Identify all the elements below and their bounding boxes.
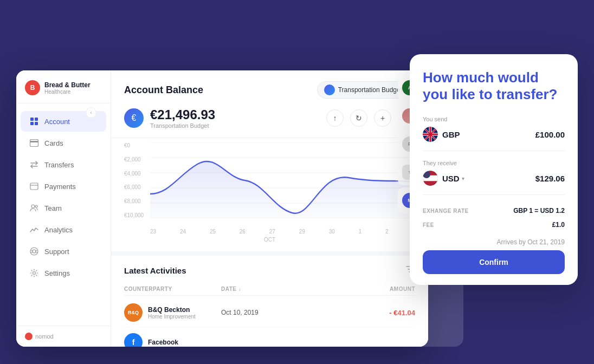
send-button[interactable]: ↑ (326, 109, 344, 127)
header-counterparty: COUNTERPARTY (124, 286, 221, 292)
svg-rect-0 (30, 118, 34, 121)
counterparty-cell: B&Q B&Q Beckton Home Improvement (124, 303, 221, 322)
budget-badge-label: Transportation Budget (338, 86, 402, 94)
bq-date: Oct 10, 2019 (221, 309, 318, 316)
sidebar-collapse-button[interactable]: ‹ (86, 107, 96, 118)
support-icon (29, 246, 39, 256)
fee-label: FEE (423, 222, 434, 228)
x-label-30: 30 (329, 229, 335, 235)
receive-currency-row: USD ▾ $129.06 (423, 171, 565, 195)
exchange-rate-row: EXHANGE RATE GBP 1 = USD 1.2 (423, 204, 565, 218)
send-currency-row: GBP £100.00 (423, 127, 565, 151)
svg-point-13 (33, 250, 36, 253)
svg-point-10 (31, 205, 35, 208)
they-receive-label: They receive (423, 160, 565, 166)
chart-svg (150, 142, 415, 218)
receive-currency-dropdown[interactable]: USD ▾ (442, 174, 464, 183)
bq-info: B&Q Beckton Home Improvement (148, 306, 196, 320)
y-label-1: €8,000 (124, 198, 144, 204)
svg-point-18 (33, 272, 36, 275)
sidebar-item-team[interactable]: Team (21, 198, 106, 218)
sidebar-item-analytics[interactable]: Analytics (21, 219, 106, 240)
euro-badge: € (124, 108, 144, 128)
account-header: Account Balance Transportation Budget ▾ (124, 81, 415, 99)
y-label-3: €4,000 (124, 171, 144, 177)
balance-info: €21,496.93 Transportation Budget (150, 107, 215, 129)
settings-icon (29, 268, 39, 278)
cards-label: Cards (44, 139, 63, 147)
transfer-title: How much would you like to transfer? (423, 69, 565, 103)
chart-x-labels: 23 24 25 26 27 29 30 1 2 3 (150, 229, 415, 235)
bq-avatar: B&Q (124, 303, 143, 322)
chart-area: €10,000 €8,000 €6,000 €4,000 €2,000 €0 (111, 138, 428, 251)
svg-rect-4 (30, 140, 38, 147)
receive-chevron-icon: ▾ (462, 176, 464, 181)
x-label-27: 27 (269, 229, 275, 235)
counterparty-cell: f Facebook (124, 333, 221, 347)
header-date: DATE ↓ (221, 286, 318, 292)
brand-sub: Healthcare (44, 89, 91, 95)
sidebar: B Bread & Butter Healthcare Account (16, 70, 111, 347)
payments-label: Payments (44, 183, 76, 191)
brand-info: Bread & Butter Healthcare (44, 81, 91, 95)
svg-point-11 (35, 205, 37, 207)
x-label-24: 24 (180, 229, 186, 235)
add-button[interactable]: + (374, 109, 391, 127)
svg-rect-1 (35, 118, 38, 121)
chart-x-unit: OCT (124, 237, 415, 243)
x-label-1: 1 (359, 229, 362, 235)
arrives-text: Arrives by Oct 21, 2019 (423, 238, 565, 246)
receive-currency-code: USD (442, 174, 460, 183)
analytics-label: Analytics (44, 226, 73, 234)
account-section: Account Balance Transportation Budget ▾ … (111, 70, 428, 138)
sidebar-item-transfers[interactable]: Transfers (21, 154, 106, 175)
y-label-2: €6,000 (124, 184, 144, 190)
account-icon (29, 116, 39, 126)
x-label-25: 25 (210, 229, 216, 235)
settings-label: Settings (44, 269, 70, 277)
fb-avatar: f (124, 333, 143, 347)
sidebar-header: B Bread & Butter Healthcare (16, 70, 111, 103)
y-label-4: €2,000 (124, 157, 144, 162)
svg-rect-3 (35, 122, 38, 125)
refresh-button[interactable]: ↻ (350, 109, 367, 127)
bq-name: B&Q Beckton (148, 306, 196, 314)
receive-amount: $129.06 (535, 174, 565, 183)
support-label: Support (44, 248, 69, 256)
nomod-logo: nomod (25, 333, 102, 340)
sidebar-item-cards[interactable]: Cards (21, 133, 106, 153)
team-icon (29, 203, 39, 213)
uk-flag-icon (423, 127, 438, 142)
team-label: Team (44, 204, 62, 212)
sidebar-item-support[interactable]: Support (21, 241, 106, 262)
account-label: Account (44, 118, 70, 126)
balance-left: € €21,496.93 Transportation Budget (124, 107, 215, 129)
transfer-modal: How much would you like to transfer? You… (410, 54, 578, 285)
y-label-0: €10,000 (124, 212, 144, 218)
send-amount: £100.00 (535, 130, 565, 139)
svg-rect-8 (30, 183, 38, 190)
confirm-button[interactable]: Confirm (423, 250, 565, 274)
nomod-label: nomod (35, 333, 54, 340)
balance-amount: €21,496.93 (150, 107, 215, 122)
table-row: f Facebook (124, 328, 415, 347)
brand-logo: B (25, 80, 40, 95)
sidebar-item-settings[interactable]: Settings (21, 263, 106, 283)
chart-container: €10,000 €8,000 €6,000 €4,000 €2,000 €0 (124, 142, 415, 235)
x-label-26: 26 (240, 229, 246, 235)
sidebar-item-payments[interactable]: Payments (21, 176, 106, 197)
cards-icon (29, 138, 39, 148)
activities-title: Latest Activities (124, 266, 186, 275)
x-label-23: 23 (150, 229, 156, 235)
you-send-label: You send (423, 116, 565, 122)
exchange-rate-label: EXHANGE RATE (423, 208, 469, 214)
fee-value: £1.0 (552, 221, 565, 229)
payments-icon (29, 181, 39, 191)
x-label-2: 2 (385, 229, 389, 235)
balance-row: € €21,496.93 Transportation Budget ↑ ↻ +… (124, 107, 415, 129)
activities-section: Latest Activities COUNTERPARTY DATE ↓ AM… (111, 256, 428, 347)
y-label-5: €0 (124, 142, 144, 148)
us-flag-icon (423, 171, 438, 186)
svg-point-19 (25, 333, 33, 340)
table-headers: COUNTERPARTY DATE ↓ AMOUNT (124, 283, 415, 296)
